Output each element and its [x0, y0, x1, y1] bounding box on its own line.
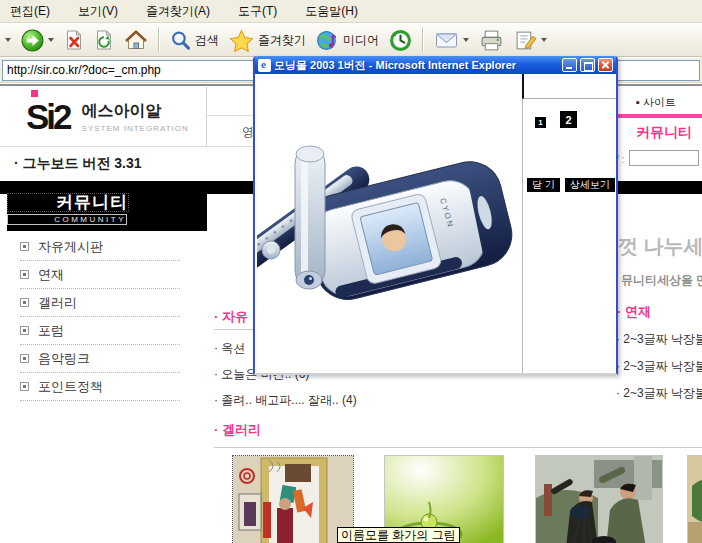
forward-icon [21, 29, 44, 52]
bullet-square-icon [20, 354, 29, 363]
sitemap-link[interactable]: ▪ 사이트 [636, 95, 676, 110]
logo-tagline: SYSTEM INTEGRATION [82, 124, 189, 133]
bullet-square-icon [20, 326, 29, 335]
serial-heading: · 연재 [617, 303, 651, 321]
logo-korean-name: 에스아이알 [82, 101, 189, 122]
product-photo-phone: CYON [257, 82, 519, 320]
image-page-selector: 1 2 [535, 111, 616, 128]
close-popup-button[interactable]: 닫 기 [527, 178, 560, 192]
media-icon [316, 29, 339, 52]
mail-dropdown-icon [463, 38, 469, 42]
sidebar-item-gallery[interactable]: 갤러리 [20, 289, 180, 317]
sidebar-item-label: 갤러리 [38, 294, 77, 312]
sidebar-subtitle: COMMUNITY [7, 214, 127, 225]
detail-view-button[interactable]: 상세보기 [565, 178, 615, 192]
bullet-square-icon [20, 242, 29, 251]
stop-button[interactable] [59, 25, 89, 55]
mail-icon [434, 30, 459, 50]
mail-button[interactable] [429, 25, 474, 55]
home-icon [124, 29, 148, 51]
sidebar-header: 커뮤니티 COMMUNITY [7, 186, 207, 231]
history-icon [389, 29, 412, 52]
back-dropdown-button[interactable] [0, 25, 16, 55]
panel-top-cell [522, 74, 616, 99]
free-board-post-1[interactable]: · 옥션 [214, 340, 245, 357]
free-board-post-3[interactable]: · 졸려.. 배고파.... 잘래.. (4) [214, 392, 357, 409]
refresh-icon [94, 29, 114, 51]
image-page-1[interactable]: 1 [535, 117, 546, 128]
menu-bar: 편집(E) 보기(V) 즐겨찾기(A) 도구(T) 도움말(H) [0, 0, 702, 23]
maximize-button[interactable] [580, 58, 595, 72]
sidebar-item-label: 음악링크 [38, 350, 90, 368]
toolbar-separator [422, 27, 424, 53]
edit-button[interactable] [509, 25, 552, 55]
community-tab[interactable]: 커뮤니티 [636, 124, 692, 142]
sidebar-item-label: 포럼 [38, 322, 64, 340]
plant-image [688, 456, 702, 543]
serial-post-3[interactable]: · 2~3글짜 낙장불 [616, 385, 702, 402]
serial-post-2[interactable]: · 2~3글짜 낙장불 [616, 358, 702, 375]
history-button[interactable] [384, 25, 417, 55]
sidebar-menu: 자유게시판 연재 갤러리 포럼 음악링크 포인트정책 [20, 233, 180, 401]
sidebar-item-forum[interactable]: 포럼 [20, 317, 180, 345]
search-button[interactable]: 검색 [165, 25, 224, 55]
edit-dropdown-icon [541, 38, 547, 42]
sidebar-item-point-policy[interactable]: 포인트정책 [20, 373, 180, 401]
sidebar-item-serial[interactable]: 연재 [20, 261, 180, 289]
banner-small-text: 뮤니티세상을 만들 [621, 272, 702, 289]
gallery-thumbnail-people[interactable] [535, 455, 663, 543]
banner-big-text: 껏 나누세요. [618, 233, 702, 260]
popup-side-panel: 1 2 닫 기 상세보기 [522, 74, 616, 373]
board-version-text: · 그누보드 버전 3.31 [14, 155, 142, 173]
popup-title: 모닝몰 2003 1버전 - Microsoft Internet Explor… [274, 58, 559, 73]
back-dropdown-icon [5, 38, 11, 42]
sidebar-item-music-link[interactable]: 음악링크 [20, 345, 180, 373]
search-icon [170, 30, 191, 51]
gallery-tooltip: 이름모를 화가의 그림 [337, 527, 460, 543]
close-window-button[interactable] [598, 58, 613, 72]
toolbar-separator [158, 27, 160, 53]
menu-tools[interactable]: 도구(T) [238, 3, 277, 20]
forward-button[interactable] [16, 25, 59, 55]
popup-window: 모닝몰 2003 1버전 - Microsoft Internet Explor… [253, 56, 618, 375]
stop-icon [64, 29, 84, 51]
header-bottom-divider [0, 146, 253, 147]
forward-dropdown-icon [48, 38, 54, 42]
bullet-square-icon [20, 298, 29, 307]
browser-window: 편집(E) 보기(V) 즐겨찾기(A) 도구(T) 도움말(H) 검색 즐겨찾기 [0, 0, 702, 543]
login-input[interactable] [629, 150, 699, 166]
edit-icon [514, 29, 537, 52]
bullet-square-icon [20, 382, 29, 391]
logo-pink-dot-icon [31, 90, 38, 97]
gallery-thumbnail-painting[interactable] [232, 455, 354, 543]
sidebar-item-label: 자유게시판 [38, 238, 103, 256]
favorites-label: 즐겨찾기 [258, 32, 306, 49]
sidebar-item-free-board[interactable]: 자유게시판 [20, 233, 180, 261]
minimize-button[interactable] [562, 58, 577, 72]
site-logo[interactable]: Si2 에스아이알 SYSTEM INTEGRATION [0, 87, 207, 146]
menu-help[interactable]: 도움말(H) [305, 3, 358, 20]
community-tab-accent [616, 114, 702, 118]
print-icon [479, 29, 504, 52]
favorites-button[interactable]: 즐겨찾기 [224, 25, 311, 55]
toolbar: 검색 즐겨찾기 미디어 [0, 24, 702, 57]
search-label: 검색 [195, 32, 219, 49]
print-button[interactable] [474, 25, 509, 55]
favorites-star-icon [229, 29, 254, 52]
logo-mark: Si2 [26, 99, 70, 134]
gallery-thumbnail-plant[interactable] [687, 455, 702, 543]
media-button[interactable]: 미디어 [311, 25, 384, 55]
free-board-heading: · 자유 [214, 308, 248, 326]
refresh-button[interactable] [89, 25, 119, 55]
menu-view[interactable]: 보기(V) [78, 3, 118, 20]
image-page-2[interactable]: 2 [560, 111, 577, 128]
menu-favorites[interactable]: 즐겨찾기(A) [146, 3, 210, 20]
media-label: 미디어 [343, 32, 379, 49]
gallery-heading: · 겔러리 [214, 421, 261, 439]
popup-title-bar[interactable]: 모닝몰 2003 1버전 - Microsoft Internet Explor… [255, 56, 616, 74]
serial-post-1[interactable]: · 2~3글짜 낙장불 [616, 331, 702, 348]
bullet-square-icon [20, 270, 29, 279]
menu-edit[interactable]: 편집(E) [10, 3, 50, 20]
sidebar-item-label: 연재 [38, 266, 64, 284]
home-button[interactable] [119, 25, 153, 55]
